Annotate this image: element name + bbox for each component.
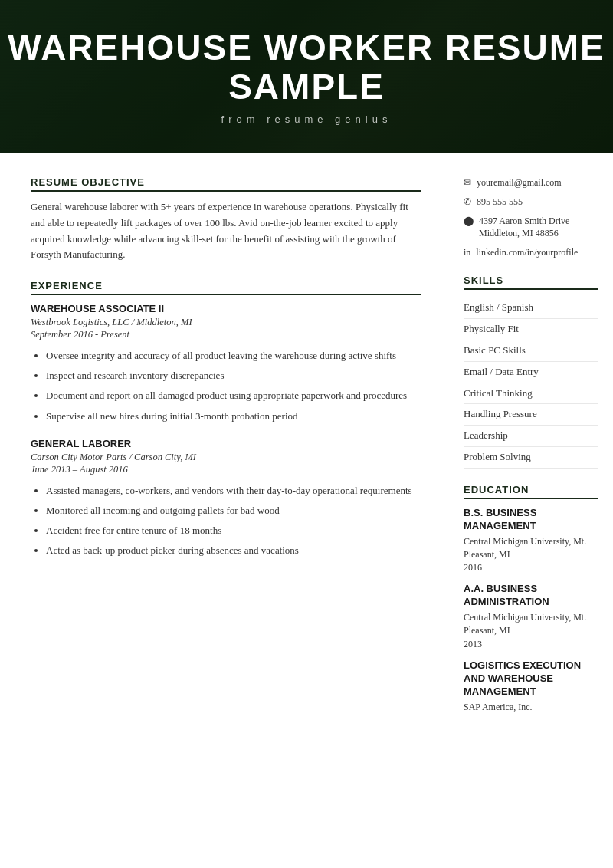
email-text: youremail@gmail.com bbox=[477, 176, 562, 189]
skill-item: Leadership bbox=[464, 426, 598, 447]
right-column: ✉ youremail@gmail.com ✆ 895 555 555 ⬤ 43… bbox=[444, 153, 613, 868]
job-2-title: GENERAL LABORER bbox=[31, 438, 421, 449]
experience-section: EXPERIENCE WAREHOUSE ASSOCIATE II Westbr… bbox=[31, 280, 421, 558]
experience-heading: EXPERIENCE bbox=[31, 280, 421, 295]
bullet-item: Acted as back-up product picker during a… bbox=[46, 543, 421, 558]
phone-icon: ✆ bbox=[464, 196, 471, 208]
job-2-bullets: Assisted managers, co-workers, and vendo… bbox=[46, 483, 421, 559]
edu-entry-2: A.A. BUSINESS ADMINISTRATION Central Mic… bbox=[464, 583, 598, 649]
bullet-item: Accident free for entire tenure of 18 mo… bbox=[46, 523, 421, 538]
skill-item: English / Spanish bbox=[464, 298, 598, 319]
bullet-item: Monitored all incoming and outgoing pall… bbox=[46, 503, 421, 518]
edu-2-year: 2013 bbox=[464, 639, 598, 650]
edu-entry-3: LOGISITICS EXECUTION AND WAREHOUSE MANAG… bbox=[464, 659, 598, 713]
job-1-dates: September 2016 - Present bbox=[31, 329, 421, 340]
bullet-item: Assisted managers, co-workers, and vendo… bbox=[46, 483, 421, 498]
page-title: WAREHOUSE WORKER RESUME SAMPLE bbox=[0, 28, 613, 106]
skill-item: Critical Thinking bbox=[464, 383, 598, 405]
main-content: RESUME OBJECTIVE General warehouse labor… bbox=[0, 153, 613, 868]
linkedin-text: linkedin.com/in/yourprofile bbox=[476, 246, 578, 259]
edu-1-year: 2016 bbox=[464, 562, 598, 574]
edu-3-school: SAP America, Inc. bbox=[464, 701, 598, 714]
edu-2-degree: A.A. BUSINESS ADMINISTRATION bbox=[464, 583, 598, 609]
skills-section: SKILLS English / Spanish Physically Fit … bbox=[464, 275, 598, 469]
job-2-dates: June 2013 – August 2016 bbox=[31, 464, 421, 475]
skill-item: Physically Fit bbox=[464, 319, 598, 340]
job-1-title: WAREHOUSE ASSOCIATE II bbox=[31, 303, 421, 314]
job-1-company: Westbrook Logistics, LLC / Middleton, MI bbox=[31, 317, 421, 328]
bullet-item: Oversee integrity and accuracy of all pr… bbox=[46, 348, 421, 363]
contact-email: ✉ youremail@gmail.com bbox=[464, 176, 598, 189]
skill-item: Problem Solving bbox=[464, 447, 598, 469]
contact-section: ✉ youremail@gmail.com ✆ 895 555 555 ⬤ 43… bbox=[464, 176, 598, 259]
page-header: WAREHOUSE WORKER RESUME SAMPLE from Resu… bbox=[0, 0, 613, 153]
education-section: EDUCATION B.S. BUSINESS MANAGEMENT Centr… bbox=[464, 484, 598, 713]
objective-heading: RESUME OBJECTIVE bbox=[31, 176, 421, 192]
bullet-item: Supervise all new hires during initial 3… bbox=[46, 409, 421, 424]
contact-address: ⬤ 4397 Aaron Smith Drive Middleton, MI 4… bbox=[464, 215, 598, 241]
objective-text: General warehouse laborer with 5+ years … bbox=[31, 199, 421, 263]
edu-entry-1: B.S. BUSINESS MANAGEMENT Central Michiga… bbox=[464, 507, 598, 574]
edu-1-degree: B.S. BUSINESS MANAGEMENT bbox=[464, 507, 598, 533]
bullet-item: Document and report on all damaged produ… bbox=[46, 388, 421, 403]
bullet-item: Inspect and research inventory discrepan… bbox=[46, 368, 421, 383]
objective-section: RESUME OBJECTIVE General warehouse labor… bbox=[31, 176, 421, 263]
contact-phone: ✆ 895 555 555 bbox=[464, 196, 598, 209]
skill-item: Basic PC Skills bbox=[464, 340, 598, 362]
edu-3-degree: LOGISITICS EXECUTION AND WAREHOUSE MANAG… bbox=[464, 659, 598, 699]
location-icon: ⬤ bbox=[464, 215, 474, 227]
job-2: GENERAL LABORER Carson City Motor Parts … bbox=[31, 438, 421, 559]
phone-text: 895 555 555 bbox=[477, 196, 523, 209]
address-text: 4397 Aaron Smith Drive Middleton, MI 488… bbox=[479, 215, 569, 241]
edu-2-school: Central Michigan University, Mt. Pleasan… bbox=[464, 611, 598, 637]
job-1: WAREHOUSE ASSOCIATE II Westbrook Logisti… bbox=[31, 303, 421, 424]
contact-linkedin: in linkedin.com/in/yourprofile bbox=[464, 246, 598, 259]
page-subtitle: from Resume Genius bbox=[221, 113, 392, 125]
education-heading: EDUCATION bbox=[464, 484, 598, 499]
job-2-company: Carson City Motor Parts / Carson City, M… bbox=[31, 452, 421, 463]
email-icon: ✉ bbox=[464, 177, 471, 189]
linkedin-icon: in bbox=[464, 247, 470, 258]
edu-1-school: Central Michigan University, Mt. Pleasan… bbox=[464, 535, 598, 561]
job-1-bullets: Oversee integrity and accuracy of all pr… bbox=[46, 348, 421, 424]
left-column: RESUME OBJECTIVE General warehouse labor… bbox=[0, 153, 444, 868]
skill-item: Handling Pressure bbox=[464, 404, 598, 426]
skills-heading: SKILLS bbox=[464, 275, 598, 290]
skill-item: Email / Data Entry bbox=[464, 362, 598, 383]
